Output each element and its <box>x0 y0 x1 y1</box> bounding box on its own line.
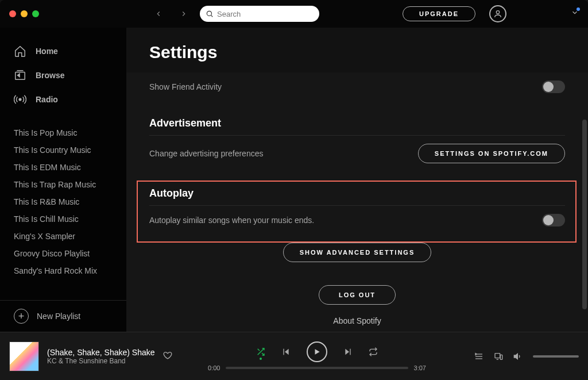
playlist-item[interactable]: Sandy's Hard Rock Mix <box>14 262 113 279</box>
user-icon <box>493 9 502 18</box>
content-row: Home Browse Radio This Is Pop Music This… <box>0 28 588 332</box>
new-playlist-button[interactable]: + New Playlist <box>0 301 126 332</box>
queue-button[interactable] <box>474 352 483 361</box>
playlist-item[interactable]: This Is Pop Music <box>14 124 113 141</box>
ad-settings-button[interactable]: SETTINGS ON SPOTIFY.COM <box>418 144 565 163</box>
volume-icon <box>513 352 523 361</box>
repeat-button[interactable] <box>369 347 378 356</box>
svg-point-4 <box>19 98 21 101</box>
playlist-item[interactable]: Groovy Disco Playlist <box>14 245 113 262</box>
activity-button[interactable] <box>571 9 579 19</box>
playlist-item[interactable]: This Is Chill Music <box>14 210 113 228</box>
advertisement-heading: Advertisement <box>149 101 565 136</box>
new-playlist-label: New Playlist <box>37 312 80 321</box>
svg-rect-14 <box>495 353 500 358</box>
app-window: UPGRADE Home Browse Radio <box>0 0 588 380</box>
about-link[interactable]: About Spotify <box>149 313 565 329</box>
skip-forward-icon <box>343 347 353 356</box>
volume-slider[interactable] <box>533 355 579 358</box>
shuffle-button[interactable] <box>256 347 265 356</box>
svg-rect-3 <box>16 72 25 80</box>
svg-marker-7 <box>315 349 320 354</box>
playlist-list: This Is Pop Music This Is Country Music … <box>0 124 126 297</box>
upgrade-button[interactable]: UPGRADE <box>403 6 475 21</box>
track-title[interactable]: (Shake, Shake, Shake) Shake <box>47 348 155 357</box>
track-artist[interactable]: KC & The Sunshine Band <box>47 357 155 365</box>
svg-marker-17 <box>514 354 517 359</box>
main-scrollbar[interactable] <box>581 85 587 315</box>
home-icon <box>14 45 26 57</box>
svg-point-0 <box>207 11 211 16</box>
album-artwork[interactable] <box>9 341 39 371</box>
volume-button[interactable] <box>513 352 523 361</box>
window-close-button[interactable] <box>9 10 16 17</box>
autoplay-heading: Autoplay <box>149 171 565 206</box>
playlist-item[interactable]: King's X Sampler <box>14 228 113 245</box>
svg-marker-13 <box>475 353 477 355</box>
autoplay-desc: Autoplay similar songs when your music e… <box>149 216 314 225</box>
svg-line-1 <box>211 16 213 17</box>
profile-button[interactable] <box>489 5 506 22</box>
skip-back-icon <box>281 347 291 356</box>
playback-controls: 0:00 3:07 <box>181 341 452 371</box>
sidebar-label: Home <box>36 47 58 56</box>
heart-icon <box>163 351 172 360</box>
playlist-item[interactable]: This Is EDM Music <box>14 159 113 176</box>
window-minimize-button[interactable] <box>21 10 28 17</box>
right-controls <box>452 352 579 361</box>
svg-rect-9 <box>350 348 350 355</box>
previous-button[interactable] <box>281 347 291 356</box>
shuffle-icon <box>256 347 265 356</box>
like-button[interactable] <box>163 351 172 362</box>
show-advanced-button[interactable]: SHOW ADVANCED SETTINGS <box>283 243 431 262</box>
player-bar: (Shake, Shake, Shake) Shake KC & The Sun… <box>0 332 588 380</box>
elapsed-time: 0:00 <box>208 364 220 371</box>
sidebar-item-radio[interactable]: Radio <box>7 87 119 112</box>
next-button[interactable] <box>343 347 353 356</box>
sidebar-item-browse[interactable]: Browse <box>7 63 119 87</box>
page-title: Settings <box>126 28 588 72</box>
play-button[interactable] <box>307 341 327 362</box>
search-field[interactable] <box>200 6 319 22</box>
now-playing: (Shake, Shake, Shake) Shake KC & The Sun… <box>9 341 181 371</box>
queue-icon <box>474 352 483 361</box>
devices-icon <box>494 352 503 361</box>
logout-button[interactable]: LOG OUT <box>319 285 396 305</box>
sidebar: Home Browse Radio This Is Pop Music This… <box>0 28 126 332</box>
sidebar-label: Browse <box>36 71 65 80</box>
window-traffic-lights <box>9 10 39 17</box>
playlist-item[interactable]: This Is R&B Music <box>14 193 113 210</box>
advertisement-desc: Change advertising preferences <box>149 149 263 158</box>
friend-activity-toggle[interactable] <box>542 80 565 93</box>
window-maximize-button[interactable] <box>32 10 39 17</box>
top-bar: UPGRADE <box>0 0 588 28</box>
browse-icon <box>14 69 26 82</box>
radio-icon <box>14 93 26 106</box>
svg-marker-8 <box>345 348 349 355</box>
playlist-item[interactable]: This Is Country Music <box>14 141 113 159</box>
search-icon <box>206 10 214 18</box>
plus-icon: + <box>14 309 29 324</box>
devices-button[interactable] <box>494 352 503 361</box>
sidebar-item-home[interactable]: Home <box>7 39 119 63</box>
friend-activity-label: Show Friend Activity <box>149 82 222 91</box>
svg-rect-6 <box>283 348 284 355</box>
forward-button[interactable] <box>175 5 193 23</box>
playlist-item[interactable]: This Is Trap Rap Music <box>14 176 113 193</box>
autoplay-toggle[interactable] <box>542 214 565 227</box>
svg-rect-15 <box>500 355 502 359</box>
search-input[interactable] <box>217 10 314 18</box>
notification-dot-icon <box>577 7 580 11</box>
svg-point-2 <box>496 11 499 14</box>
play-icon <box>313 348 321 356</box>
progress-bar[interactable] <box>226 367 408 369</box>
duration-time: 3:07 <box>414 364 426 371</box>
svg-marker-5 <box>285 348 289 355</box>
repeat-icon <box>369 347 378 356</box>
back-button[interactable] <box>149 5 168 23</box>
sidebar-label: Radio <box>36 95 58 104</box>
main-content: Settings Show Friend Activity Advertisem… <box>126 28 588 332</box>
